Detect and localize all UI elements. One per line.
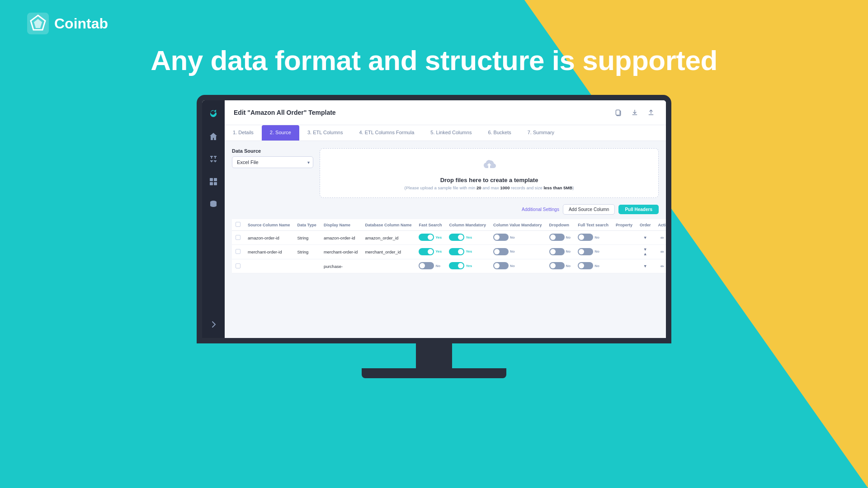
col-header-order: Order	[636, 219, 655, 231]
toggle-off[interactable]: No	[578, 234, 599, 241]
headline: Any data format and structure is support…	[27, 44, 841, 76]
cell-display-name-1: merchant-order-id	[320, 245, 362, 259]
cell-full-text-0[interactable]: No	[574, 231, 612, 245]
toggle-off[interactable]: No	[578, 248, 599, 255]
cell-col-val-mandatory-1[interactable]: No	[490, 245, 546, 259]
add-source-column-button[interactable]: Add Source Column	[563, 204, 615, 215]
cell-dropdown-2[interactable]: No	[546, 259, 575, 273]
row-checkbox-2[interactable]	[236, 263, 241, 268]
data-source-select[interactable]: Excel File CSV File JSON File API	[232, 156, 313, 168]
tab-source[interactable]: 2. Source	[262, 125, 299, 141]
cell-full-text-1[interactable]: No	[574, 245, 612, 259]
cell-fast-search-0[interactable]: Yes	[415, 231, 445, 245]
cell-property-2	[612, 259, 636, 273]
tabs-row: 1. Details 2. Source 3. ETL Columns 4. E…	[225, 125, 666, 141]
order-up-btn[interactable]: ▲	[643, 252, 647, 256]
col-header-db-column-name: Database Column Name	[361, 219, 415, 231]
tab-summary[interactable]: 7. Summary	[519, 125, 562, 141]
cell-col-val-mandatory-2[interactable]: No	[490, 259, 546, 273]
svg-rect-6	[214, 182, 217, 185]
order-down-btn[interactable]: ▼	[643, 248, 647, 252]
row-checkbox-0[interactable]	[236, 235, 241, 240]
download-icon[interactable]	[629, 107, 641, 118]
top-bar-actions	[613, 107, 657, 118]
sidebar-item-expand[interactable]	[207, 318, 220, 331]
tab-linked-columns[interactable]: 5. Linked Columns	[422, 125, 480, 141]
toggle-off[interactable]: No	[493, 248, 515, 255]
sidebar-item-tools[interactable]	[207, 153, 220, 165]
data-source-section: Data Source Excel File CSV File JSON Fil…	[232, 148, 659, 198]
cell-source-col-0: amazon-order-id	[244, 231, 294, 245]
data-source-label: Data Source	[232, 148, 313, 154]
toggle-off[interactable]: No	[493, 262, 515, 269]
cell-col-mandatory-1[interactable]: Yes	[445, 245, 490, 259]
toggle-off[interactable]: No	[578, 262, 599, 269]
cell-full-text-2[interactable]: No	[574, 259, 612, 273]
cell-col-mandatory-2[interactable]: Yes	[445, 259, 490, 273]
toggle-off[interactable]: No	[549, 262, 571, 269]
col-header-property: Property	[612, 219, 636, 231]
cell-col-mandatory-0[interactable]: Yes	[445, 231, 490, 245]
edit-button-2[interactable]: ✏	[658, 262, 666, 270]
tab-etl-formula[interactable]: 4. ETL Columns Formula	[351, 125, 422, 141]
cell-data-type-1: String	[294, 245, 320, 259]
toggle-on[interactable]: Yes	[449, 234, 472, 241]
copy-icon[interactable]	[613, 107, 624, 118]
data-source-left: Data Source Excel File CSV File JSON Fil…	[232, 148, 313, 198]
cell-fast-search-1[interactable]: Yes	[415, 245, 445, 259]
toggle-off[interactable]: No	[419, 262, 440, 269]
drop-zone-title: Drop files here to create a template	[440, 177, 538, 183]
cell-source-col-2	[244, 259, 294, 273]
row-checkbox-1[interactable]	[236, 249, 241, 254]
cell-actions-0: ✏ 🗑	[655, 231, 666, 245]
sidebar	[202, 100, 225, 338]
col-header-fast-search: Fast Search	[415, 219, 445, 231]
monitor-stand-neck	[416, 343, 452, 368]
table-row: amazon-order-id String amazon-order-id a…	[232, 231, 666, 245]
cell-fast-search-2[interactable]: No	[415, 259, 445, 273]
source-columns-table: Source Column Name Data Type Display Nam…	[232, 219, 666, 273]
data-source-select-wrapper[interactable]: Excel File CSV File JSON File API	[232, 156, 313, 168]
select-all-checkbox[interactable]	[236, 222, 241, 227]
top-bar: Edit "Amazon All Order" Template	[225, 100, 666, 125]
cell-order-1: ▼ ▲	[636, 245, 655, 259]
cell-dropdown-0[interactable]: No	[546, 231, 575, 245]
row-checkbox-cell	[232, 259, 244, 273]
order-down-btn[interactable]: ▼	[643, 264, 647, 268]
toggle-off[interactable]: No	[549, 234, 571, 241]
edit-button-0[interactable]: ✏	[658, 234, 666, 242]
toggle-on[interactable]: Yes	[419, 248, 442, 255]
cell-dropdown-1[interactable]: No	[546, 245, 575, 259]
content-area: Data Source Excel File CSV File JSON Fil…	[225, 141, 666, 338]
logo-row: Cointab	[27, 13, 841, 34]
svg-rect-3	[210, 178, 213, 181]
svg-rect-5	[210, 182, 213, 185]
order-down-btn[interactable]: ▼	[643, 236, 647, 240]
sidebar-item-grid[interactable]	[207, 175, 220, 188]
edit-button-1[interactable]: ✏	[658, 248, 666, 256]
sidebar-item-refresh[interactable]	[207, 108, 220, 120]
upload-icon[interactable]	[645, 107, 657, 118]
col-header-full-text: Full Text search	[574, 219, 612, 231]
pull-headers-button[interactable]: Pull Headers	[618, 205, 659, 214]
toggle-on[interactable]: Yes	[419, 234, 442, 241]
col-header-data-type: Data Type	[294, 219, 320, 231]
cell-display-name-2: purchase-	[320, 259, 362, 273]
toggle-off[interactable]: No	[549, 248, 571, 255]
tab-details[interactable]: 1. Details	[225, 125, 262, 141]
additional-settings-link[interactable]: Additional Settings	[522, 207, 559, 212]
tab-etl-columns[interactable]: 3. ETL Columns	[299, 125, 351, 141]
toggle-on[interactable]: Yes	[449, 262, 472, 269]
sidebar-item-database[interactable]	[207, 198, 220, 211]
actions-row: Additional Settings Add Source Column Pu…	[232, 204, 659, 215]
tab-buckets[interactable]: 6. Buckets	[480, 125, 519, 141]
cell-display-name-0: amazon-order-id	[320, 231, 362, 245]
drop-zone[interactable]: Drop files here to create a template (Pl…	[320, 148, 659, 198]
sidebar-item-home[interactable]	[207, 130, 220, 143]
cell-col-val-mandatory-0[interactable]: No	[490, 231, 546, 245]
cell-source-col-1: merchant-order-id	[244, 245, 294, 259]
toggle-off[interactable]: No	[493, 234, 515, 241]
toggle-on[interactable]: Yes	[449, 248, 472, 255]
monitor-stand-base	[362, 368, 506, 378]
cell-db-col-2	[361, 259, 415, 273]
